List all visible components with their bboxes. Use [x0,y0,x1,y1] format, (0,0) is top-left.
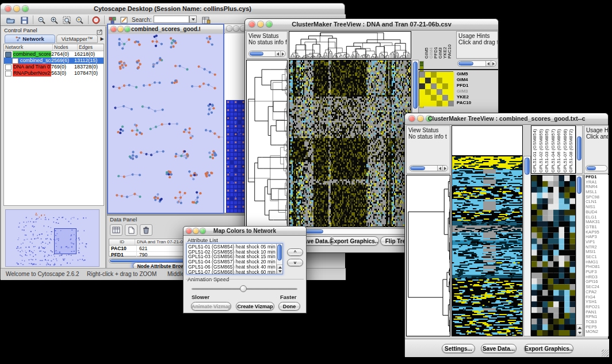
minimize-button[interactable] [193,228,198,233]
tv1-gene-matrix[interactable] [419,71,453,106]
move-up-button[interactable]: ^ [287,248,303,256]
minimize-button[interactable] [14,6,20,12]
gene-list-item[interactable]: RPO21 [586,305,609,310]
gene-list-item[interactable]: PHO81 [586,265,609,270]
gene-list-item[interactable]: GPI16 [586,279,609,285]
settings-button[interactable]: Settings... [442,344,475,353]
tv1-heatmap[interactable] [289,60,411,227]
network-list-row[interactable]: RNAPuberNov2+563(0)107847(0) [4,70,104,76]
tab-network[interactable]: Network [5,35,55,43]
save-data-button[interactable]: Save Data... [481,344,517,353]
zoom-out-icon[interactable] [36,16,47,25]
network-canvas[interactable] [108,34,223,213]
slider-thumb[interactable] [240,285,247,292]
save-icon[interactable] [19,16,29,25]
tab-overflow-button[interactable]: ▶ [99,35,105,43]
attribute-list-item[interactable]: GPL51-04 (GSM857) heat shock 20 min [188,259,281,265]
zoom-fit-icon[interactable] [62,16,72,25]
tv1-usage-hscrollbar[interactable] [457,60,496,67]
gene-list-item[interactable]: MON2 [586,329,609,335]
network-overview[interactable] [5,209,100,267]
gene-list-item[interactable]: HAP3 [586,235,609,240]
close-button[interactable] [5,6,11,12]
trash-icon[interactable] [140,224,152,236]
gene-list-item[interactable]: SEC24 [586,285,609,290]
gene-list-item[interactable]: NIS1 [586,205,609,210]
open-folder-icon[interactable] [5,16,16,25]
attribute-list[interactable]: GPL51-01 (GSM854) heat shock 05 minGPL51… [186,243,283,274]
gene-list-item[interactable]: KAP95 [586,230,609,235]
done-button[interactable]: Done [278,302,300,311]
gene-list-item[interactable]: SPC98 [586,195,609,200]
gene-list-item[interactable]: ELG1 [586,215,609,220]
tv1-row-dendrogram[interactable] [246,60,288,227]
zoom-button[interactable] [125,26,130,32]
minimize-button[interactable] [418,116,423,121]
col-header-network[interactable]: Network [4,44,53,51]
gene-list-item[interactable]: GTB1 [586,225,609,230]
minimize-button[interactable] [258,21,263,27]
tv2-usage-hscrollbar[interactable] [586,165,607,171]
resize-grip[interactable] [602,350,609,357]
zoom-selected-icon[interactable] [74,16,85,25]
attribute-list-item[interactable]: GPL51-06 (GSM865) heat shock 40 min [188,265,281,270]
gene-list-item[interactable]: NTR2 [586,245,609,250]
document-icon[interactable] [125,224,137,236]
gene-list-item[interactable]: PUF3 [586,270,609,275]
table-icon[interactable] [110,224,123,236]
gene-list-item[interactable]: HRD3 [586,275,609,280]
gene-list-item[interactable]: FIG4 [586,295,609,300]
close-button[interactable] [186,228,192,233]
gene-list-item[interactable]: CPA2 [586,290,609,295]
gene-list-item[interactable]: MSI1 [586,250,609,255]
gene-list-item[interactable]: HMG1 [586,260,609,265]
dp-col-id[interactable]: ID [109,239,135,245]
attribute-list-item[interactable]: GPL51-01 (GSM854) heat shock 05 min [188,244,281,250]
gene-list-item[interactable]: MSL1 [586,190,609,195]
tab-vizmapper[interactable]: VizMapper™ [56,35,98,43]
tv2-status-hscrollbar[interactable] [409,165,448,171]
minimize-button[interactable] [234,26,239,31]
gene-list-item[interactable]: CLN1 [586,200,609,205]
search-dropdown-button[interactable] [189,16,197,23]
minimize-button[interactable] [118,26,123,32]
attribute-list-vscrollbar[interactable] [276,244,282,274]
gene-list-item[interactable]: BUD4 [586,210,609,215]
network-list-row[interactable]: combined_sco2569(6)13112(15) [4,58,104,64]
gene-list-item[interactable]: PAN1 [586,310,609,315]
create-vizmap-button[interactable]: Create Vizmap [236,302,274,311]
network-list-row[interactable]: combined_scores2764(0)16218(0) [4,51,104,58]
tv2-column-tree-area[interactable] [452,125,523,156]
gene-list-item[interactable]: PFD1 [586,175,609,180]
attribute-list-item[interactable]: GPL51-03 (GSM856) heat shock 15 min [188,254,281,259]
col-header-nodes[interactable]: Nodes [53,44,78,51]
gene-list-item[interactable]: TCB3 [586,320,609,325]
tv2-zoom-heatmap[interactable] [531,175,576,336]
animate-vizmap-button[interactable]: Animate Vizmap [191,302,231,311]
col-header-edges[interactable]: Edges [78,44,104,51]
gene-list-item[interactable]: RNR4 [586,185,609,190]
gene-list-item[interactable]: YRA1 [586,180,609,185]
attribute-list-item[interactable]: GPL51-07 (GSM868) heat shock 60 min [188,270,281,275]
network-list-row[interactable]: DNA and Tran 07769(0)183728(0) [4,64,104,70]
move-down-button[interactable]: v [287,259,303,266]
gene-list-item[interactable]: YSH1 [586,300,609,305]
tv2-global-heatmap[interactable] [452,156,523,336]
zoom-button[interactable] [200,228,205,233]
gene-list-item[interactable]: SEC1 [586,255,609,260]
close-button[interactable] [111,26,116,32]
tv1-status-hscrollbar[interactable] [248,51,286,57]
tv1-column-dendrogram[interactable] [289,31,411,59]
close-button[interactable] [409,116,415,121]
export-graphics-button[interactable]: Export Graphics... [330,236,379,246]
animation-speed-slider[interactable] [192,284,297,293]
tv1-heatmap-hscrollbar[interactable] [289,228,411,235]
search-input[interactable] [154,16,189,23]
tv2-labels-vscrollbar[interactable] [576,125,583,174]
export-graphics-button[interactable]: Export Graphics... [524,344,573,353]
zoom-in-icon[interactable] [49,16,59,25]
attribute-list-item[interactable]: GPL51-02 (GSM855) heat shock 10 min [188,250,281,255]
gene-list-item[interactable]: PEP5 [586,325,609,330]
close-button[interactable] [249,21,255,27]
gene-list-item[interactable]: VIP1 [586,240,609,245]
